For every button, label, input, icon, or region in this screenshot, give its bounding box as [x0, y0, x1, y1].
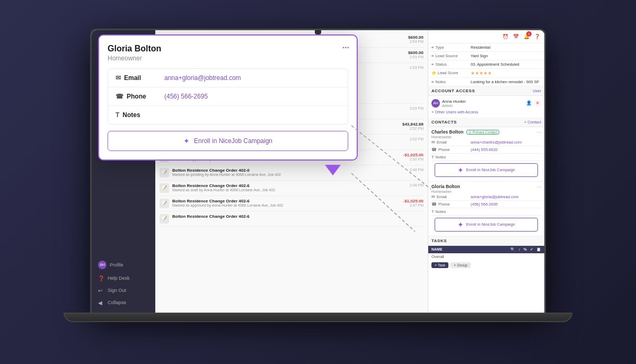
laptop-frame: JobTread 👥 Customers 🏢 Vendors 📋 Catalog… — [90, 29, 546, 315]
gloria-phone-value[interactable]: (456) 566-2695 — [471, 202, 498, 207]
add-task-button[interactable]: + Task — [431, 262, 448, 268]
gloria-email-label: ✉ Email — [431, 194, 469, 199]
sidebar-item-signout[interactable]: ↩ Sign Out — [92, 285, 155, 297]
settings-icon: ⚙ — [98, 116, 104, 121]
charles-enroll-btn[interactable]: ✦ Enroll in NiceJob Campaign — [435, 163, 538, 177]
access-role: Admin — [442, 104, 523, 108]
help-circle-icon[interactable]: ❓ — [533, 32, 541, 41]
activity-amount: $600.00 — [408, 35, 423, 40]
sidebar-item-label-collapse: Collapse — [108, 300, 126, 305]
contacts-section-header: CONTACTS + Contact — [428, 118, 544, 127]
add-group-button[interactable]: + Group — [450, 262, 471, 268]
sidebar-item-catalog[interactable]: 📋 Catalog — [92, 76, 155, 88]
sidebar-item-files[interactable]: 📁 Files — [92, 88, 155, 100]
activity-time-4: 2:52 PM — [402, 127, 423, 130]
activity-meta-2: $600.00 2:53 PM — [408, 50, 423, 59]
activity-title-co2: Bolton Residence Change Order 402-0 — [172, 168, 407, 173]
activity-title-images: 6 images uploaded to Bill 402-8 — [172, 66, 407, 70]
charles-email-row: ✉ Email anna+charles@jobtread.com — [431, 139, 541, 146]
gloria-enroll-btn[interactable]: ✦ Enroll in NiceJob Campaign — [435, 218, 538, 232]
gloria-email-value[interactable]: anna+gloria@jobtread.com — [471, 194, 518, 199]
gloria-phone-label: ☎ Phone — [431, 202, 469, 207]
gloria-more-button[interactable]: ··· — [537, 184, 541, 190]
notes-field-label: ≡ Notes — [431, 79, 469, 84]
gloria-notes-label: T Notes — [431, 209, 469, 214]
email-icon: ✉ — [431, 140, 435, 145]
change-order-icon-3: 📝 — [160, 183, 169, 193]
activity-img-3 — [234, 81, 263, 101]
type-field-row: ≡ Type Residential — [428, 43, 544, 52]
activity-text-2: Aspect LED Bill 402-8 Marked as payable … — [172, 50, 405, 59]
lead-source-icon: ≡ — [431, 54, 434, 58]
access-actions: 👤 ✕ — [525, 100, 541, 107]
sidebar-item-helpdesk[interactable]: ❓ Help Desk — [92, 272, 155, 285]
sidebar-item-vendors[interactable]: 🏢 Vendors — [92, 64, 155, 76]
task-col-name: NAME — [431, 247, 510, 252]
activity-meta-co4: -$1,025.00 2:47 PM — [403, 199, 423, 207]
sidebar-logo: JobTread — [92, 34, 155, 51]
profile-avatar: AH — [98, 261, 107, 269]
sidebar-item-settings[interactable]: ⚙ Settings — [92, 112, 155, 125]
contact-card-gloria: Gloria Bolton ··· Homeowner ✉ Email anna… — [428, 182, 544, 236]
activity-item-4: 💰 Bolton Residence Invoice 402-7 Marked … — [160, 119, 423, 135]
signout-icon: ↩ — [98, 288, 104, 294]
clock-icon[interactable]: ⏰ — [501, 32, 509, 41]
notification-badge: 1 — [526, 31, 532, 37]
other-users-link[interactable]: + Other Users with Access — [431, 109, 541, 116]
notes-t-icon: T — [431, 155, 434, 159]
sidebar-item-reports[interactable]: 📊 Reports — [92, 100, 155, 112]
image-upload-icon: 🖼 — [160, 66, 169, 75]
files-icon: 📁 — [98, 91, 104, 97]
sidebar-item-label-customers: Customers — [108, 55, 131, 60]
contact-card-charles: Charles Bolton ⊙ Primary Contact ··· Hom… — [428, 127, 544, 182]
sidebar-item-profile[interactable]: AH Profile — [92, 258, 155, 272]
access-remove-btn[interactable]: ✕ — [534, 100, 541, 107]
tasks-section: NAME 🔍 ↕ % ✓ 📋 Overall + Task + Group — [428, 246, 544, 270]
calendar-icon[interactable]: 📅 — [511, 32, 520, 41]
task-col-icon-2: ↕ — [518, 247, 520, 252]
sidebar-item-label-vendors: Vendors — [108, 67, 125, 72]
laptop-notch — [315, 30, 321, 34]
charles-phone-label: ☎ Phone — [431, 147, 469, 152]
activity-time-3: 3:03 PM — [410, 106, 423, 110]
charles-notes-label: T Notes — [431, 155, 469, 159]
charles-phone-value[interactable]: (444) 555-6632 — [471, 147, 498, 152]
access-user-btn[interactable]: 👤 — [525, 100, 533, 107]
sidebar-item-customers[interactable]: 👥 Customers — [92, 51, 155, 64]
activity-img-4 — [264, 81, 294, 101]
sidebar-item-label-profile: Profile — [110, 262, 123, 268]
nicejob-star-icon-charles: ✦ — [457, 166, 464, 174]
activity-img-5 — [295, 81, 324, 101]
change-order-icon-1: 📝 — [160, 153, 169, 162]
activity-meta-co1: -$1,025.00 2:50 PM — [403, 153, 423, 161]
activity-time-co4: 2:47 PM — [403, 203, 423, 207]
type-icon: ≡ — [431, 45, 434, 50]
activity-img-1 — [172, 81, 201, 101]
access-user: AH Anna Hunter Admin 👤 ✕ — [431, 98, 541, 109]
gloria-contact-name: Gloria Bolton — [431, 184, 460, 189]
sidebar-item-collapse[interactable]: ◀ Collapse — [92, 297, 155, 309]
activity-subtitle-5: Created by Travis Lee at 4068 Lorraine A… — [172, 142, 407, 146]
sidebar-item-label-files: Files — [108, 91, 118, 96]
contacts-action[interactable]: + Contact — [524, 120, 541, 125]
sidebar-item-label-settings: Settings — [108, 116, 125, 121]
activity-meta: $600.00 2:54 PM — [408, 35, 423, 43]
charles-email-value[interactable]: anna+charles@jobtread.com — [471, 140, 522, 145]
type-field-value: Residential — [471, 45, 490, 50]
invoice-icon: 💰 — [160, 122, 169, 131]
tasks-section-header: TASKS — [428, 236, 544, 246]
activity-text-co3: Bolton Residence Change Order 402-6 Mark… — [172, 183, 407, 192]
activity-amount-4: $43,842.88 — [402, 122, 423, 127]
charles-more-button[interactable]: ··· — [537, 129, 541, 135]
bill-icon: 📄 — [160, 35, 169, 45]
account-access-user-label[interactable]: User — [533, 88, 541, 93]
activity-subtitle-co2: Marked as pending by Anna Hunter at 4068… — [172, 173, 407, 176]
activity-item-co1: 📝 Bolton Residence Change Order 402-6 Ma… — [160, 150, 423, 165]
notes-icon: ≡ — [431, 79, 434, 84]
sidebar: JobTread 👥 Customers 🏢 Vendors 📋 Catalog… — [92, 30, 155, 313]
sidebar-bottom: AH Profile ❓ Help Desk ↩ Sign Out ◀ Coll… — [92, 258, 155, 309]
main-content: 📄 Aspect LED Bill 402-8 Created by Travi… — [155, 30, 428, 313]
tasks-table-header: NAME 🔍 ↕ % ✓ 📋 — [428, 246, 544, 253]
activity-item-5: 💰 Bolton Residence Invoice 402-7 Created… — [160, 135, 423, 150]
activity-title-3: Aspect LED Bill 402-8 — [172, 106, 407, 111]
